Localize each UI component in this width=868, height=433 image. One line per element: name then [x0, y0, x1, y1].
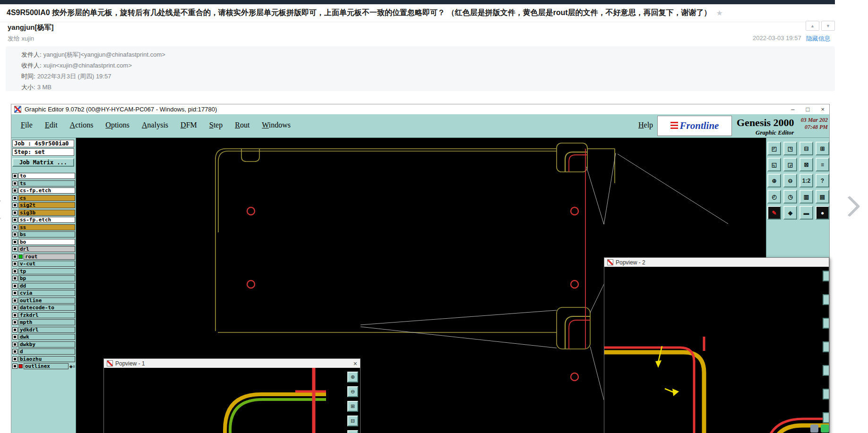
- layer-row-bp[interactable]: bp: [12, 275, 75, 282]
- previous-image-chevron[interactable]: [0, 199, 10, 220]
- layer-checkbox[interactable]: [12, 210, 17, 215]
- layer-row-dd[interactable]: dd: [12, 282, 75, 290]
- previous-mail-button[interactable]: ▲: [806, 21, 819, 31]
- layer-checkbox[interactable]: [12, 217, 17, 222]
- job-matrix-button[interactable]: Job Matrix ...: [12, 158, 74, 167]
- layer-name[interactable]: cs-fp.etch: [18, 187, 75, 194]
- toolbar-button-13[interactable]: ◴: [767, 190, 781, 204]
- layer-name[interactable]: drl: [18, 246, 75, 252]
- layer-name[interactable]: bs: [18, 231, 75, 238]
- popview-close-icon[interactable]: ×: [353, 360, 357, 367]
- toolbar-button-16[interactable]: ▤: [816, 190, 829, 204]
- layer-name[interactable]: ydkdrl: [18, 327, 75, 333]
- layer-row-sig3b[interactable]: sig3b: [12, 209, 75, 217]
- layer-name[interactable]: biaozhu: [18, 356, 75, 362]
- layer-row-cs[interactable]: cs: [12, 195, 75, 202]
- toolbar-button-18[interactable]: ◆: [783, 206, 797, 220]
- layer-row-ydkdrl[interactable]: ydkdrl: [12, 326, 75, 334]
- menu-actions[interactable]: Actions: [70, 121, 94, 129]
- toolbar-button-15[interactable]: ▥: [799, 190, 813, 204]
- popview2-tool-icon[interactable]: [823, 294, 829, 305]
- layer-name[interactable]: d: [18, 348, 75, 355]
- layer-checkbox[interactable]: [12, 269, 17, 274]
- star-icon[interactable]: ★: [716, 8, 723, 17]
- toolbar-button-pen[interactable]: ✎: [767, 206, 781, 220]
- layer-checkbox[interactable]: [12, 298, 17, 303]
- layer-row-ts[interactable]: ts: [12, 180, 75, 187]
- toolbar-button-zoom-1-2[interactable]: 1:2: [799, 174, 813, 187]
- layer-name[interactable]: fzkdrl: [18, 312, 75, 318]
- layer-checkbox[interactable]: [12, 173, 17, 178]
- layer-row-tp[interactable]: tp: [12, 268, 75, 275]
- layer-row-ss-fp-etch[interactable]: ss-fp.etch: [12, 216, 75, 224]
- layer-name[interactable]: outlinex: [24, 363, 69, 369]
- layer-row-cs-fp-etch[interactable]: cs-fp.etch: [12, 187, 75, 195]
- layer-checkbox[interactable]: [12, 225, 17, 230]
- menu-rout[interactable]: Rout: [235, 121, 249, 129]
- layer-row-fzkdrl[interactable]: fzkdrl: [12, 312, 75, 319]
- layer-name[interactable]: cs: [18, 195, 75, 201]
- popview2-tool-icon[interactable]: [823, 412, 829, 423]
- menu-step[interactable]: Step: [209, 121, 223, 129]
- layer-checkbox[interactable]: [12, 181, 17, 186]
- popview-1-titlebar[interactable]: Popview - 1 ×: [104, 359, 360, 368]
- toolbar-button-3[interactable]: ⊟: [799, 142, 813, 155]
- popview-2-titlebar[interactable]: Popview - 2: [604, 258, 829, 267]
- layer-row-to[interactable]: to: [12, 172, 75, 180]
- layer-row-outlinex[interactable]: outlinex◆≡: [12, 363, 75, 370]
- popview2-tool-icon[interactable]: [823, 365, 829, 376]
- popview1-tool-icon[interactable]: ◫: [347, 430, 358, 433]
- layer-name[interactable]: mpth: [18, 319, 75, 325]
- menu-windows[interactable]: Windows: [262, 121, 291, 129]
- toolbar-button-14[interactable]: ◷: [783, 190, 797, 204]
- popview1-tool-icon[interactable]: ⊟: [347, 416, 358, 426]
- layer-checkbox[interactable]: [12, 232, 17, 237]
- taskbar-icon-gray[interactable]: [810, 425, 818, 433]
- menu-options[interactable]: Options: [105, 121, 129, 129]
- hide-info-link[interactable]: 隐藏信息: [806, 34, 831, 43]
- toolbar-button-9[interactable]: ⊕: [767, 174, 781, 187]
- layer-checkbox[interactable]: [12, 357, 17, 362]
- app-titlebar[interactable]: Graphic Editor 9.07b2 (00@HY-HYCAM-PC067…: [11, 104, 829, 115]
- layer-checkbox[interactable]: [12, 305, 17, 310]
- layer-checkbox[interactable]: [12, 313, 17, 318]
- layer-checkbox[interactable]: [12, 203, 17, 208]
- toolbar-button-1[interactable]: ◰: [767, 142, 781, 155]
- layer-checkbox[interactable]: [12, 320, 17, 325]
- layer-name[interactable]: tp: [18, 268, 75, 274]
- next-image-chevron[interactable]: [839, 195, 860, 217]
- toolbar-button-pad[interactable]: ●: [816, 206, 829, 220]
- layer-row-datecode-to[interactable]: datecode-to: [12, 304, 75, 312]
- layer-checkbox[interactable]: [12, 195, 17, 201]
- layer-row-biaozhu[interactable]: biaozhu: [12, 356, 75, 363]
- layer-checkbox[interactable]: [12, 188, 17, 193]
- step-field[interactable]: Step: set: [12, 148, 74, 156]
- popview2-tool-icon[interactable]: [823, 341, 829, 352]
- layer-name[interactable]: ss-fp.etch: [18, 217, 75, 223]
- layer-name[interactable]: bo: [18, 239, 75, 245]
- layer-row-v-cut[interactable]: v-cut: [12, 260, 75, 268]
- popview2-tool-icon[interactable]: [823, 389, 829, 399]
- toolbar-button-4[interactable]: ⊞: [816, 142, 829, 155]
- layer-name[interactable]: bp: [18, 275, 75, 281]
- layer-name[interactable]: sig3b: [18, 210, 75, 216]
- next-mail-button[interactable]: ▼: [821, 21, 835, 31]
- layer-name[interactable]: dwk: [18, 334, 75, 340]
- popview1-tool-icon[interactable]: ⊕: [347, 372, 358, 382]
- layer-name[interactable]: datecode-to: [18, 305, 75, 311]
- layer-checkbox[interactable]: [12, 239, 17, 245]
- taskbar-icon-green[interactable]: [821, 425, 829, 433]
- toolbar-button-help[interactable]: ?: [816, 174, 829, 187]
- layer-name[interactable]: ts: [18, 180, 75, 187]
- menu-file[interactable]: File: [21, 121, 33, 129]
- layer-name[interactable]: cvia: [18, 290, 75, 296]
- toolbar-button-19[interactable]: ▬: [799, 206, 813, 220]
- layer-row-cvia[interactable]: cvia: [12, 289, 75, 297]
- minimize-icon[interactable]: –: [791, 106, 794, 113]
- layer-row-rout[interactable]: rout: [12, 253, 75, 261]
- layer-checkbox[interactable]: [12, 246, 17, 252]
- popview1-tool-icon[interactable]: ⊖: [347, 386, 358, 397]
- toolbar-button-6[interactable]: ◲: [783, 158, 797, 171]
- popview2-tool-icon[interactable]: [823, 271, 829, 281]
- toolbar-button-7[interactable]: ⊠: [799, 158, 813, 171]
